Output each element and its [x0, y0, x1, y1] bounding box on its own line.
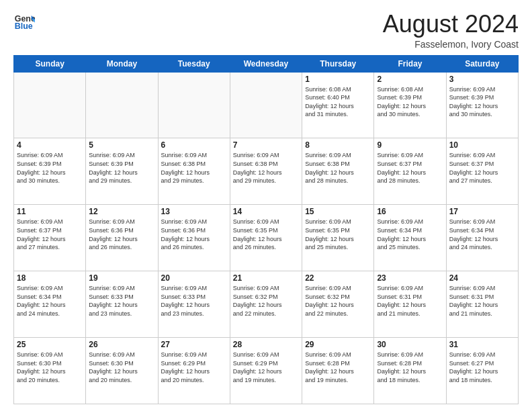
day-number: 16 [377, 207, 443, 216]
day-number: 4 [17, 140, 83, 150]
day-number: 14 [233, 207, 299, 216]
col-tuesday: Tuesday [158, 55, 230, 72]
title-block: August 2024 Fasselemon, Ivory Coast [383, 11, 519, 50]
day-cell: 17Sunrise: 6:09 AM Sunset: 6:34 PM Dayli… [446, 205, 518, 271]
day-cell: 1Sunrise: 6:08 AM Sunset: 6:40 PM Daylig… [302, 72, 374, 138]
week-row-2: 11Sunrise: 6:09 AM Sunset: 6:37 PM Dayli… [14, 205, 519, 271]
day-cell: 30Sunrise: 6:09 AM Sunset: 6:28 PM Dayli… [374, 338, 446, 404]
day-cell: 13Sunrise: 6:09 AM Sunset: 6:36 PM Dayli… [158, 205, 230, 271]
day-cell [230, 72, 302, 138]
day-info: Sunrise: 6:09 AM Sunset: 6:39 PM Dayligh… [17, 151, 83, 185]
day-info: Sunrise: 6:09 AM Sunset: 6:35 PM Dayligh… [305, 218, 371, 251]
day-number: 3 [449, 75, 515, 84]
day-number: 10 [449, 140, 515, 150]
day-cell: 11Sunrise: 6:09 AM Sunset: 6:37 PM Dayli… [14, 205, 86, 271]
day-info: Sunrise: 6:09 AM Sunset: 6:29 PM Dayligh… [233, 351, 299, 384]
day-number: 2 [377, 75, 443, 84]
day-info: Sunrise: 6:09 AM Sunset: 6:31 PM Dayligh… [377, 284, 443, 318]
day-cell: 25Sunrise: 6:09 AM Sunset: 6:30 PM Dayli… [14, 338, 86, 404]
col-sunday: Sunday [14, 55, 86, 72]
day-number: 22 [305, 273, 371, 283]
day-info: Sunrise: 6:09 AM Sunset: 6:34 PM Dayligh… [377, 218, 443, 251]
day-cell: 16Sunrise: 6:09 AM Sunset: 6:34 PM Dayli… [374, 205, 446, 271]
day-info: Sunrise: 6:09 AM Sunset: 6:36 PM Dayligh… [161, 218, 227, 251]
day-number: 15 [305, 207, 371, 216]
col-friday: Friday [374, 55, 446, 72]
day-cell: 7Sunrise: 6:09 AM Sunset: 6:38 PM Daylig… [230, 138, 302, 205]
day-number: 5 [89, 140, 154, 150]
day-cell: 6Sunrise: 6:09 AM Sunset: 6:38 PM Daylig… [158, 138, 230, 205]
day-number: 17 [449, 207, 515, 216]
day-cell: 27Sunrise: 6:09 AM Sunset: 6:29 PM Dayli… [158, 338, 230, 404]
day-number: 25 [17, 340, 83, 349]
day-info: Sunrise: 6:09 AM Sunset: 6:37 PM Dayligh… [449, 151, 515, 185]
month-title: August 2024 [383, 11, 519, 38]
day-cell: 9Sunrise: 6:09 AM Sunset: 6:37 PM Daylig… [374, 138, 446, 205]
day-info: Sunrise: 6:09 AM Sunset: 6:33 PM Dayligh… [161, 284, 227, 318]
week-row-4: 25Sunrise: 6:09 AM Sunset: 6:30 PM Dayli… [14, 338, 519, 404]
day-info: Sunrise: 6:09 AM Sunset: 6:29 PM Dayligh… [161, 351, 227, 384]
location: Fasselemon, Ivory Coast [383, 39, 519, 50]
day-number: 24 [449, 273, 515, 283]
day-cell: 18Sunrise: 6:09 AM Sunset: 6:34 PM Dayli… [14, 271, 86, 338]
day-cell: 24Sunrise: 6:09 AM Sunset: 6:31 PM Dayli… [446, 271, 518, 338]
day-info: Sunrise: 6:09 AM Sunset: 6:32 PM Dayligh… [305, 284, 371, 318]
day-number: 6 [161, 140, 227, 150]
day-info: Sunrise: 6:09 AM Sunset: 6:34 PM Dayligh… [17, 284, 83, 318]
day-cell: 3Sunrise: 6:09 AM Sunset: 6:39 PM Daylig… [446, 72, 518, 138]
day-info: Sunrise: 6:09 AM Sunset: 6:34 PM Dayligh… [449, 218, 515, 251]
col-wednesday: Wednesday [230, 55, 302, 72]
header: General Blue August 2024 Fasselemon, Ivo… [13, 11, 519, 50]
day-info: Sunrise: 6:09 AM Sunset: 6:28 PM Dayligh… [377, 351, 443, 384]
day-info: Sunrise: 6:09 AM Sunset: 6:38 PM Dayligh… [305, 151, 371, 185]
day-cell: 5Sunrise: 6:09 AM Sunset: 6:39 PM Daylig… [86, 138, 158, 205]
day-info: Sunrise: 6:09 AM Sunset: 6:32 PM Dayligh… [233, 284, 299, 318]
day-number: 29 [305, 340, 371, 349]
day-number: 23 [377, 273, 443, 283]
calendar: Sunday Monday Tuesday Wednesday Thursday… [13, 55, 519, 404]
day-info: Sunrise: 6:09 AM Sunset: 6:28 PM Dayligh… [305, 351, 371, 384]
day-number: 7 [233, 140, 299, 150]
logo-icon: General Blue [13, 11, 35, 32]
day-cell: 12Sunrise: 6:09 AM Sunset: 6:36 PM Dayli… [86, 205, 158, 271]
day-info: Sunrise: 6:08 AM Sunset: 6:39 PM Dayligh… [377, 85, 443, 119]
header-row: Sunday Monday Tuesday Wednesday Thursday… [14, 55, 519, 72]
day-cell: 19Sunrise: 6:09 AM Sunset: 6:33 PM Dayli… [86, 271, 158, 338]
day-info: Sunrise: 6:09 AM Sunset: 6:38 PM Dayligh… [161, 151, 227, 185]
day-cell [14, 72, 86, 138]
day-info: Sunrise: 6:09 AM Sunset: 6:30 PM Dayligh… [17, 351, 83, 384]
col-saturday: Saturday [446, 55, 518, 72]
day-number: 11 [17, 207, 83, 216]
day-info: Sunrise: 6:09 AM Sunset: 6:30 PM Dayligh… [89, 351, 154, 384]
day-cell [158, 72, 230, 138]
week-row-1: 4Sunrise: 6:09 AM Sunset: 6:39 PM Daylig… [14, 138, 519, 205]
day-info: Sunrise: 6:09 AM Sunset: 6:37 PM Dayligh… [17, 218, 83, 251]
day-info: Sunrise: 6:09 AM Sunset: 6:37 PM Dayligh… [377, 151, 443, 185]
day-number: 1 [305, 75, 371, 84]
day-info: Sunrise: 6:08 AM Sunset: 6:40 PM Dayligh… [305, 85, 371, 119]
day-info: Sunrise: 6:09 AM Sunset: 6:33 PM Dayligh… [89, 284, 154, 318]
day-cell: 26Sunrise: 6:09 AM Sunset: 6:30 PM Dayli… [86, 338, 158, 404]
day-number: 8 [305, 140, 371, 150]
day-number: 28 [233, 340, 299, 349]
day-number: 19 [89, 273, 154, 283]
day-cell: 15Sunrise: 6:09 AM Sunset: 6:35 PM Dayli… [302, 205, 374, 271]
day-cell: 31Sunrise: 6:09 AM Sunset: 6:27 PM Dayli… [446, 338, 518, 404]
day-cell: 14Sunrise: 6:09 AM Sunset: 6:35 PM Dayli… [230, 205, 302, 271]
day-info: Sunrise: 6:09 AM Sunset: 6:38 PM Dayligh… [233, 151, 299, 185]
day-cell: 23Sunrise: 6:09 AM Sunset: 6:31 PM Dayli… [374, 271, 446, 338]
day-info: Sunrise: 6:09 AM Sunset: 6:36 PM Dayligh… [89, 218, 154, 251]
day-number: 12 [89, 207, 154, 216]
day-cell: 22Sunrise: 6:09 AM Sunset: 6:32 PM Dayli… [302, 271, 374, 338]
day-cell: 21Sunrise: 6:09 AM Sunset: 6:32 PM Dayli… [230, 271, 302, 338]
col-thursday: Thursday [302, 55, 374, 72]
day-cell: 28Sunrise: 6:09 AM Sunset: 6:29 PM Dayli… [230, 338, 302, 404]
week-row-3: 18Sunrise: 6:09 AM Sunset: 6:34 PM Dayli… [14, 271, 519, 338]
week-row-0: 1Sunrise: 6:08 AM Sunset: 6:40 PM Daylig… [14, 72, 519, 138]
day-info: Sunrise: 6:09 AM Sunset: 6:35 PM Dayligh… [233, 218, 299, 251]
day-number: 20 [161, 273, 227, 283]
day-number: 13 [161, 207, 227, 216]
day-number: 9 [377, 140, 443, 150]
col-monday: Monday [86, 55, 158, 72]
logo: General Blue [13, 11, 35, 32]
